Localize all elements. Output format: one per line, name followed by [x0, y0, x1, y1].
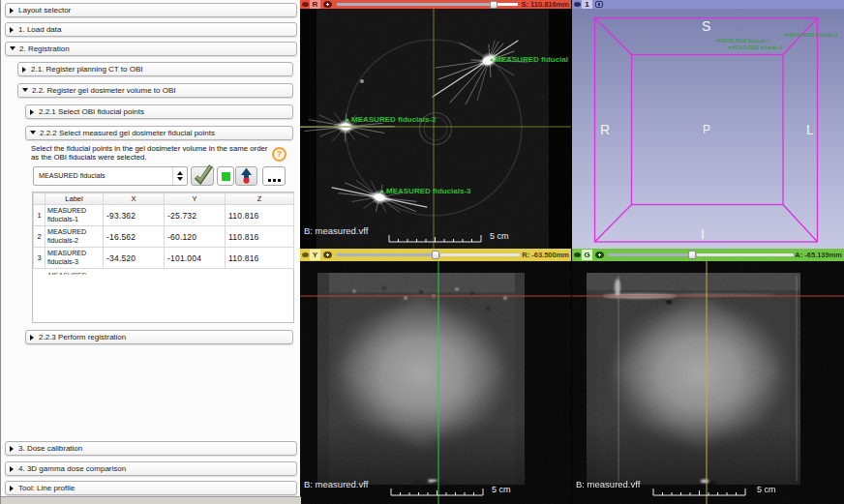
svg-text:I: I	[701, 226, 705, 242]
svg-text:MEASURED fiducials-3: MEASURED fiducials-3	[787, 32, 837, 38]
svg-text:MEASURED fiducials-1: MEASURED fiducials-1	[719, 38, 769, 44]
svg-text:R: R	[600, 122, 610, 137]
svg-text:P: P	[703, 123, 710, 136]
svg-text:MEASURED fiducials-2: MEASURED fiducials-2	[732, 44, 782, 50]
svg-text:S: S	[702, 18, 710, 34]
svg-text:L: L	[806, 122, 814, 137]
